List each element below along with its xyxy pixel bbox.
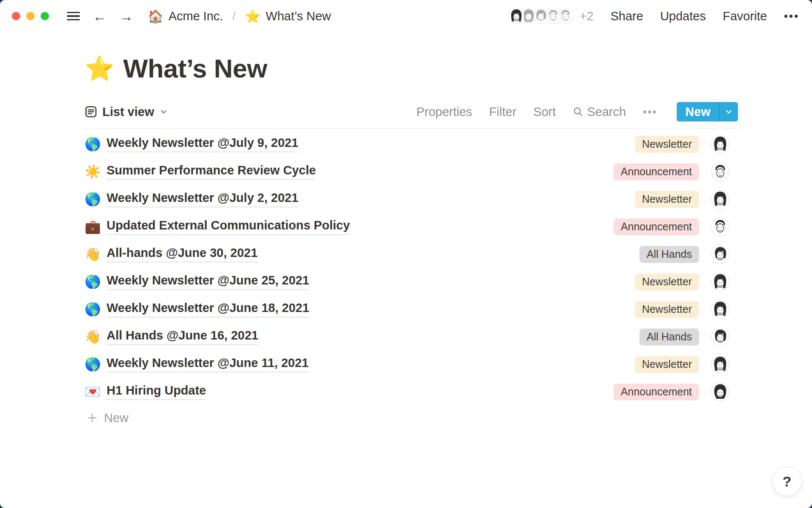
list-item[interactable]: ☀️ Summer Performance Review Cycle Annou… [85,158,738,185]
traffic-lights [12,12,49,20]
list-item[interactable]: 🌎 Weekly Newsletter @June 11, 2021 Newsl… [85,351,738,378]
avatar [711,163,730,181]
list-item[interactable]: 💼 Updated External Communications Policy… [85,213,738,240]
avatar [508,8,524,24]
view-switcher-label: List view [102,105,154,119]
page-emoji-icon: 💼 [85,219,100,235]
share-button[interactable]: Share [611,9,643,23]
avatar [711,273,730,291]
page-link[interactable]: Weekly Newsletter @June 18, 2021 [107,301,309,318]
tag-badge: Newsletter [635,356,699,373]
help-label: ? [783,473,792,490]
breadcrumb-separator: / [232,10,236,23]
breadcrumb: 🏠 Acme Inc. / ⭐ What’s New [148,9,331,24]
avatar [711,383,730,401]
view-options-icon[interactable]: ••• [643,106,657,118]
page-header: ⭐ What’s New [85,53,738,83]
page-emoji-icon: 🌎 [85,274,100,290]
page-emoji-icon: 🌎 [85,301,100,317]
tag-badge: All Hands [639,329,699,345]
avatar-stack[interactable] [508,8,573,24]
page-star-icon[interactable]: ⭐ [85,56,115,80]
page-link[interactable]: Weekly Newsletter @July 9, 2021 [107,136,298,152]
view-switcher[interactable]: List view [85,105,168,119]
page-link[interactable]: Weekly Newsletter @July 2, 2021 [107,191,298,207]
avatar [711,218,730,236]
view-toolbar: List view Properties Filter Sort Search … [85,102,738,129]
star-icon: ⭐ [245,9,261,24]
page-link[interactable]: Updated External Communications Policy [107,218,350,235]
list-body: 🌎 Weekly Newsletter @July 9, 2021 Newsle… [85,130,738,406]
tag-badge: Announcement [614,218,699,235]
more-options-icon[interactable]: ••• [784,10,799,23]
sidebar-menu-icon[interactable] [67,12,80,20]
search-button[interactable]: Search [573,105,626,119]
properties-button[interactable]: Properties [416,105,472,119]
avatar [711,135,730,154]
list-item[interactable]: 👋 All Hands @June 16, 2021 All Hands [85,323,738,351]
avatar [711,328,730,346]
new-button-label: New [677,102,719,121]
zoom-window-button[interactable] [41,12,49,20]
add-new-row-button[interactable]: New [85,406,738,430]
add-new-row-label: New [104,411,129,425]
page-link[interactable]: Summer Performance Review Cycle [107,163,316,180]
list-item[interactable]: 🌎 Weekly Newsletter @June 25, 2021 Newsl… [85,268,738,295]
plus-icon [86,412,98,424]
page-emoji-icon: ☀️ [85,164,100,179]
updates-button[interactable]: Updates [660,9,706,23]
page-link[interactable]: Weekly Newsletter @June 25, 2021 [107,273,309,290]
page-link[interactable]: All Hands @June 16, 2021 [107,329,258,345]
avatar [711,190,730,209]
list-item[interactable]: 🌎 Weekly Newsletter @July 2, 2021 Newsle… [85,185,738,213]
sort-button[interactable]: Sort [533,105,556,119]
app-window: ← → 🏠 Acme Inc. / ⭐ What’s New +2 Share … [0,0,812,508]
chevron-down-icon [724,107,733,116]
titlebar: ← → 🏠 Acme Inc. / ⭐ What’s New +2 Share … [0,0,812,32]
list-item[interactable]: 👋 All-hands @June 30, 2021 All Hands [85,240,738,268]
forward-arrow-icon[interactable]: → [119,9,133,23]
help-button[interactable]: ? [772,467,802,496]
page-link[interactable]: H1 Hiring Update [107,384,206,400]
page-content: ⭐ What’s New List view Properties Filter [0,53,812,430]
search-icon [573,106,584,117]
close-window-button[interactable] [12,12,20,20]
page-link[interactable]: All-hands @June 30, 2021 [107,246,258,262]
tag-badge: Announcement [614,163,699,180]
avatar [711,355,730,374]
filter-button[interactable]: Filter [489,105,516,119]
avatar-overflow-count: +2 [579,9,593,23]
tag-badge: All Hands [639,246,699,263]
tag-badge: Newsletter [635,301,699,318]
new-button-chevron[interactable] [719,102,738,121]
avatar [711,300,730,319]
list-item[interactable]: 💌 H1 Hiring Update Announcement [85,378,738,406]
minimize-window-button[interactable] [26,12,35,20]
avatar [711,245,730,264]
home-icon: 🏠 [148,9,163,24]
page-emoji-icon: 👋 [85,329,100,345]
search-label: Search [587,105,626,119]
page-emoji-icon: 💌 [85,384,100,400]
favorite-button[interactable]: Favorite [723,9,767,23]
tag-badge: Newsletter [635,136,699,153]
chevron-down-icon [159,108,168,116]
page-emoji-icon: 🌎 [85,136,100,152]
tag-badge: Newsletter [635,273,699,290]
list-item[interactable]: 🌎 Weekly Newsletter @June 18, 2021 Newsl… [85,295,738,323]
breadcrumb-workspace[interactable]: Acme Inc. [168,9,223,23]
list-view-icon [85,105,97,118]
breadcrumb-page[interactable]: What’s New [266,9,331,23]
page-emoji-icon: 👋 [85,246,100,262]
titlebar-actions: +2 Share Updates Favorite ••• [508,8,799,24]
page-title[interactable]: What’s New [123,53,267,83]
toolbar-tools: Properties Filter Sort Search ••• New [416,102,738,121]
back-arrow-icon[interactable]: ← [93,9,107,23]
page-emoji-icon: 🌎 [85,356,100,372]
page-link[interactable]: Weekly Newsletter @June 11, 2021 [107,356,309,373]
tag-badge: Newsletter [635,191,699,208]
tag-badge: Announcement [614,384,699,400]
new-button[interactable]: New [677,102,738,121]
list-item[interactable]: 🌎 Weekly Newsletter @July 9, 2021 Newsle… [85,130,738,158]
page-emoji-icon: 🌎 [85,191,100,207]
